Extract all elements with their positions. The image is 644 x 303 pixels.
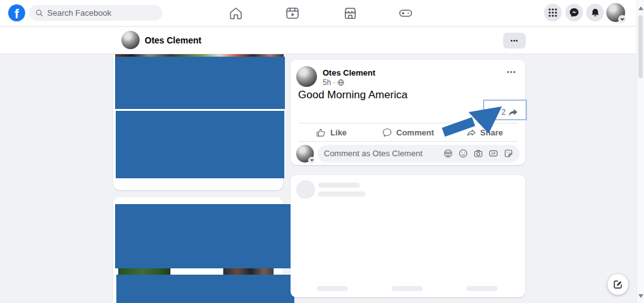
globe-icon (337, 79, 345, 86)
gaming-icon (398, 6, 413, 21)
redaction-box-3 (115, 204, 295, 268)
share-button[interactable]: Share (446, 124, 523, 140)
like-label: Like (330, 128, 347, 137)
like-icon (316, 127, 326, 138)
facebook-logo-letter: f (14, 6, 19, 21)
post-card: Otes Clement 5h · ••• Good Morning Ameri… (291, 60, 525, 165)
menu-button[interactable] (544, 4, 562, 21)
post-timestamp: 5h (323, 78, 331, 87)
loading-post-card (291, 175, 525, 297)
scrollbar-up-arrow[interactable] (638, 6, 643, 10)
facebook-logo[interactable]: f (8, 4, 25, 21)
post-author-avatar[interactable] (296, 66, 317, 87)
redaction-box-1 (115, 57, 285, 109)
post-more-button[interactable]: ••• (507, 69, 516, 76)
apps-grid-icon (548, 8, 558, 18)
share-count-value: 2 (501, 108, 506, 117)
scrollbar-thumb[interactable] (638, 15, 643, 78)
share-count[interactable]: 2 (501, 108, 518, 117)
edit-pencil-icon (613, 279, 623, 290)
skeleton-line (318, 192, 365, 197)
skeleton-avatar (296, 180, 315, 199)
search-input[interactable] (47, 8, 148, 18)
scrollbar[interactable] (636, 0, 644, 303)
home-icon (228, 6, 243, 21)
comment-button[interactable]: Comment (370, 124, 447, 140)
tab-marketplace[interactable] (341, 4, 360, 22)
post-divider-bottom (298, 141, 518, 142)
post-divider-top (298, 123, 518, 123)
search-bar[interactable] (29, 5, 162, 21)
camera-icon[interactable] (474, 149, 483, 158)
skeleton-action-bar (317, 286, 348, 291)
post-meta: 5h · (323, 78, 345, 87)
like-button[interactable]: Like (293, 124, 370, 140)
tab-home[interactable] (226, 4, 245, 22)
redaction-box-4 (116, 275, 294, 303)
watch-icon (285, 6, 300, 21)
account-avatar[interactable] (606, 3, 625, 22)
share-label: Share (480, 128, 503, 137)
skeleton-action-bar (392, 286, 423, 291)
comment-input-pill[interactable]: GIF (318, 145, 519, 163)
profile-name: Otes Clement (145, 35, 201, 45)
chevron-down-icon (618, 15, 626, 23)
profile-header-bar: Otes Clement ••• (0, 26, 636, 54)
post-text: Good Morning America (298, 89, 408, 101)
skeleton-action-bar (467, 286, 497, 291)
post-action-bar: Like Comment Share (293, 124, 523, 140)
comment-label: Comment (396, 128, 434, 137)
post-meta-separator: · (333, 78, 335, 87)
marketplace-icon (343, 6, 358, 21)
profile-more-button[interactable]: ••• (503, 33, 526, 49)
tab-watch[interactable] (283, 4, 302, 22)
share-arrow-icon (508, 108, 518, 117)
sticker-icon[interactable] (504, 149, 513, 158)
messenger-icon (569, 7, 580, 18)
photo-strip-people (223, 268, 274, 275)
emoji-icon[interactable] (458, 149, 468, 158)
avatar-sticker-icon[interactable] (443, 149, 453, 158)
notifications-button[interactable] (586, 4, 604, 21)
share-icon (466, 127, 477, 138)
comment-input[interactable] (324, 149, 438, 158)
bell-icon (590, 8, 601, 18)
photo-strip-green (118, 268, 170, 275)
svg-text:GIF: GIF (491, 152, 496, 155)
search-icon (35, 9, 43, 17)
comment-icon (382, 127, 392, 138)
chevron-down-icon (308, 157, 315, 164)
messenger-button[interactable] (565, 4, 583, 21)
redaction-box-2 (116, 111, 284, 178)
profile-avatar[interactable] (121, 31, 140, 49)
skeleton-line (318, 183, 360, 188)
comment-tool-icons: GIF (443, 149, 513, 158)
gif-icon[interactable]: GIF (489, 149, 498, 158)
commenter-avatar[interactable] (296, 145, 314, 163)
post-author-name[interactable]: Otes Clement (323, 68, 375, 77)
facebook-app: f (0, 0, 644, 303)
compose-fab-button[interactable] (608, 274, 628, 295)
tab-gaming[interactable] (396, 4, 415, 22)
comment-row: GIF (296, 144, 519, 163)
scrollbar-down-arrow[interactable] (638, 294, 643, 298)
top-nav: f (0, 0, 636, 26)
